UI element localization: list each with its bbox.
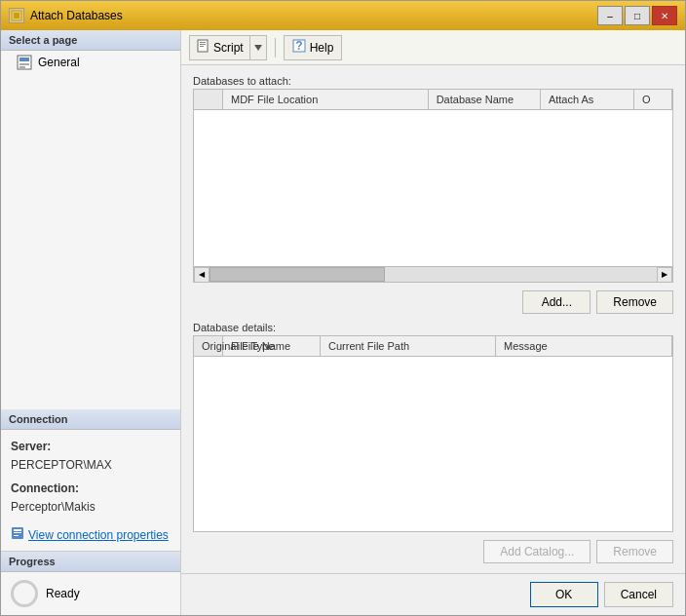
svg-rect-5 [19, 66, 25, 68]
toolbar-divider [275, 38, 276, 58]
attach-grid-body [194, 110, 672, 266]
svg-rect-4 [19, 63, 29, 65]
title-bar-left: Attach Databases [9, 8, 123, 23]
general-icon [17, 55, 32, 70]
app-icon [9, 8, 24, 23]
details-grid-header: Original File Name File Type Current Fil… [194, 336, 672, 357]
details-header-path: Current File Path [321, 336, 496, 356]
connection-header: Connection [1, 409, 180, 430]
window-body: Select a page General Connection Server:… [1, 30, 685, 615]
svg-text:?: ? [295, 39, 302, 53]
ok-button[interactable]: OK [530, 582, 598, 607]
attach-grid: MDF File Location Database Name Attach A… [193, 89, 673, 283]
remove-button-2[interactable]: Remove [596, 540, 673, 563]
attach-header-mdf: MDF File Location [223, 90, 429, 109]
attach-grid-header: MDF File Location Database Name Attach A… [194, 90, 672, 110]
view-props-label: View connection properties [28, 528, 169, 542]
details-section: Database details: Original File Name Fil… [193, 322, 673, 532]
title-bar: Attach Databases – □ ✕ [1, 1, 685, 30]
svg-rect-3 [19, 58, 29, 61]
main-content: Script ? Help [181, 30, 685, 615]
scroll-left-arrow[interactable]: ◀ [194, 267, 210, 283]
window: Attach Databases – □ ✕ Select a page Gen… [0, 0, 686, 616]
attach-header-owner: O [634, 90, 672, 109]
sidebar: Select a page General Connection Server:… [1, 30, 181, 615]
server-label-row: Server: [11, 438, 171, 456]
svg-rect-9 [14, 535, 19, 536]
connection-info: Server: PERCEPTOR\MAX Connection: Percep… [1, 430, 180, 524]
scroll-track[interactable] [210, 267, 657, 282]
minimize-button[interactable]: – [597, 6, 623, 25]
svg-rect-13 [200, 46, 204, 47]
window-title: Attach Databases [30, 9, 123, 22]
svg-rect-1 [14, 13, 19, 19]
maximize-button[interactable]: □ [625, 6, 650, 25]
script-dropdown-main: Script [190, 36, 250, 59]
details-section-label: Database details: [193, 322, 673, 333]
remove-button-1[interactable]: Remove [596, 290, 673, 314]
progress-header: Progress [1, 552, 180, 572]
connection-section: Connection Server: PERCEPTOR\MAX Connect… [1, 409, 180, 551]
server-value: PERCEPTOR\MAX [11, 458, 112, 472]
help-icon: ? [292, 39, 306, 56]
add-catalog-button[interactable]: Add Catalog... [483, 540, 591, 563]
scroll-thumb[interactable] [210, 267, 385, 282]
attach-header-attach: Attach As [541, 90, 634, 109]
progress-content: Ready [1, 572, 180, 615]
details-header-message: Message [496, 336, 672, 356]
attach-scrollbar[interactable]: ◀ ▶ [194, 266, 672, 282]
script-dropdown[interactable]: Script [189, 35, 267, 60]
svg-marker-14 [254, 45, 262, 51]
select-page-header: Select a page [1, 30, 180, 51]
attach-header-check [194, 90, 223, 109]
sidebar-item-general-label: General [38, 56, 80, 69]
sidebar-spacer [1, 74, 180, 409]
script-icon [196, 39, 210, 56]
svg-rect-11 [200, 42, 206, 43]
svg-rect-7 [14, 529, 21, 531]
connection-label: Connection: [11, 481, 79, 495]
script-label: Script [213, 41, 244, 55]
window-controls: – □ ✕ [597, 6, 677, 25]
progress-spinner [11, 580, 38, 607]
connection-value: Perceptor\Makis [11, 500, 95, 514]
details-grid: Original File Name File Type Current Fil… [193, 335, 673, 532]
content-area: Databases to attach: MDF File Location D… [181, 65, 685, 573]
server-value-row: PERCEPTOR\MAX [11, 456, 171, 475]
details-header-filename: Original File Name [194, 336, 223, 356]
sidebar-item-general[interactable]: General [1, 51, 180, 74]
close-button[interactable]: ✕ [652, 6, 677, 25]
attach-section: Databases to attach: MDF File Location D… [193, 75, 673, 283]
help-button[interactable]: ? Help [284, 35, 343, 60]
details-header-type: File Type [223, 336, 321, 356]
cancel-button[interactable]: Cancel [604, 582, 673, 607]
view-connection-props-link[interactable]: View connection properties [1, 524, 180, 551]
connection-label-row: Connection: [11, 480, 171, 498]
help-label: Help [310, 41, 334, 55]
bottom-buttons: OK Cancel [181, 573, 685, 615]
attach-button-row: Add... Remove [193, 290, 673, 314]
view-props-icon [11, 526, 24, 543]
attach-section-label: Databases to attach: [193, 75, 673, 87]
scroll-right-arrow[interactable]: ▶ [657, 267, 672, 283]
attach-header-name: Database Name [429, 90, 541, 109]
progress-section: Progress Ready [1, 551, 180, 615]
progress-status: Ready [46, 587, 80, 600]
add-button[interactable]: Add... [522, 290, 591, 314]
toolbar: Script ? Help [181, 30, 685, 65]
svg-rect-12 [200, 44, 206, 45]
script-dropdown-arrow[interactable] [250, 36, 266, 59]
server-label: Server: [11, 440, 51, 453]
svg-rect-8 [14, 532, 21, 533]
connection-value-row: Perceptor\Makis [11, 498, 171, 517]
details-grid-body [194, 357, 672, 531]
details-button-row: Add Catalog... Remove [193, 540, 673, 563]
